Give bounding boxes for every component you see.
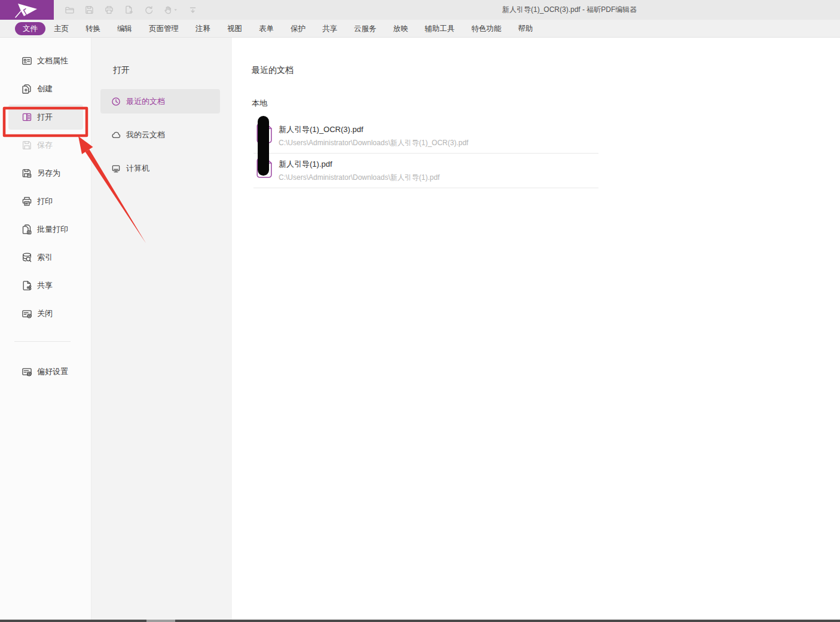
sidebar-item-label: 共享 xyxy=(37,280,53,291)
recent-documents-title: 最近的文档 xyxy=(252,65,840,76)
sidebar-item-label: 打开 xyxy=(37,112,53,122)
panel-item-label: 计算机 xyxy=(126,163,149,174)
cloud-icon xyxy=(111,130,121,140)
tab-assist-tools[interactable]: 辅助工具 xyxy=(417,20,463,38)
tab-comment[interactable]: 注释 xyxy=(187,20,219,38)
quick-access-toolbar xyxy=(63,4,198,16)
file-item[interactable]: 新人引导(1)_OCR(3).pdf C:\Users\Administrato… xyxy=(253,119,598,154)
tab-convert[interactable]: 转换 xyxy=(77,20,109,38)
file-item[interactable]: 新人引导(1).pdf C:\Users\Administrator\Downl… xyxy=(253,154,598,188)
sidebar-item-index[interactable]: 索引 xyxy=(8,245,83,270)
sidebar-item-label: 保存 xyxy=(37,140,53,151)
title-bar: 新人引导(1)_OCR(3).pdf - 福昕PDF编辑器 xyxy=(0,0,840,20)
preferences-icon xyxy=(21,366,33,378)
tab-share[interactable]: 共享 xyxy=(314,20,346,38)
window-title: 新人引导(1)_OCR(3).pdf - 福昕PDF编辑器 xyxy=(502,0,637,20)
open-panel: 打开 最近的文档 我的云文档 计算机 xyxy=(91,38,232,620)
save-icon xyxy=(21,139,33,151)
save-button[interactable] xyxy=(83,4,95,16)
tab-home[interactable]: 主页 xyxy=(45,20,77,38)
panel-item-recent-documents[interactable]: 最近的文档 xyxy=(100,89,220,114)
sidebar-item-print[interactable]: 打印 xyxy=(8,189,83,214)
tab-presentation[interactable]: 放映 xyxy=(385,20,417,38)
hand-tool-button[interactable] xyxy=(162,4,179,16)
file-menu-sidebar: 文档属性 创建 打开 保存 xyxy=(0,38,91,620)
sidebar-item-label: 索引 xyxy=(37,252,53,263)
panel-item-label: 最近的文档 xyxy=(126,96,165,107)
file-path: C:\Users\Administrator\Downloads\新人引导(1)… xyxy=(279,173,598,183)
clock-icon xyxy=(111,97,121,106)
tab-cloud-service[interactable]: 云服务 xyxy=(346,20,385,38)
create-page-icon xyxy=(124,5,134,15)
computer-icon xyxy=(111,164,121,173)
open-panel-list: 最近的文档 我的云文档 计算机 xyxy=(100,89,232,180)
sidebar-item-create[interactable]: 创建 xyxy=(8,76,83,102)
sidebar-item-label: 关闭 xyxy=(37,308,53,319)
open-icon xyxy=(21,111,33,123)
panel-item-cloud-documents[interactable]: 我的云文档 xyxy=(100,122,220,147)
tab-view[interactable]: 视图 xyxy=(219,20,251,38)
sidebar-item-open[interactable]: 打开 xyxy=(8,105,83,130)
file-path: C:\Users\Administrator\Downloads\新人引导(1)… xyxy=(279,138,598,148)
hand-tool-icon xyxy=(163,5,178,15)
print-icon xyxy=(21,195,33,207)
create-icon xyxy=(21,83,33,95)
tab-help[interactable]: 帮助 xyxy=(510,20,542,38)
index-icon xyxy=(21,252,33,263)
bottom-edge-strip xyxy=(0,620,840,622)
sidebar-item-label: 打印 xyxy=(37,196,53,207)
tab-edit[interactable]: 编辑 xyxy=(109,20,140,38)
save-as-icon xyxy=(21,167,33,179)
create-page-button[interactable] xyxy=(123,4,135,16)
sidebar-item-batch-print[interactable]: 批量打印 xyxy=(8,217,83,242)
tab-protect[interactable]: 保护 xyxy=(282,20,314,38)
redo-icon xyxy=(143,5,154,15)
print-icon xyxy=(104,5,114,15)
recent-file-list: 新人引导(1)_OCR(3).pdf C:\Users\Administrato… xyxy=(253,119,598,188)
open-panel-title: 打开 xyxy=(113,65,232,76)
sidebar-item-preferences[interactable]: 偏好设置 xyxy=(8,359,83,384)
print-button[interactable] xyxy=(103,4,115,16)
panel-item-computer[interactable]: 计算机 xyxy=(100,156,220,180)
save-icon xyxy=(84,5,94,15)
redo-button[interactable] xyxy=(142,4,154,16)
share-icon xyxy=(21,280,33,292)
file-menu-backstage: 文档属性 创建 打开 保存 xyxy=(0,38,840,620)
foxit-logo xyxy=(0,0,54,20)
open-file-button[interactable] xyxy=(63,4,75,16)
sidebar-item-label: 创建 xyxy=(37,84,53,94)
sidebar-item-save: 保存 xyxy=(8,133,83,158)
customize-toolbar-icon xyxy=(188,5,198,15)
sidebar-item-label: 文档属性 xyxy=(37,56,68,66)
batch-print-icon xyxy=(21,223,33,235)
panel-item-label: 我的云文档 xyxy=(126,130,165,140)
sidebar-item-close[interactable]: 关闭 xyxy=(8,301,83,326)
tab-special-features[interactable]: 特色功能 xyxy=(463,20,510,38)
tab-page-organize[interactable]: 页面管理 xyxy=(140,20,187,38)
local-section-label: 本地 xyxy=(252,98,840,109)
sidebar-item-save-as[interactable]: 另存为 xyxy=(8,161,83,186)
doc-properties-icon xyxy=(21,55,33,67)
tab-file[interactable]: 文件 xyxy=(15,22,45,35)
file-name: 新人引导(1)_OCR(3).pdf xyxy=(279,124,598,135)
sidebar-divider xyxy=(14,341,71,342)
redaction-bar xyxy=(258,116,269,176)
sidebar-item-label: 批量打印 xyxy=(37,224,68,235)
recent-documents-view: 最近的文档 本地 新人引导(1)_OCR(3).pdf C:\Users\Adm… xyxy=(232,38,840,620)
sidebar-item-label: 另存为 xyxy=(37,168,60,179)
sidebar-item-share[interactable]: 共享 xyxy=(8,273,83,298)
open-file-icon xyxy=(65,5,75,15)
close-document-icon xyxy=(21,308,33,320)
file-name: 新人引导(1).pdf xyxy=(279,159,598,170)
customize-toolbar-button[interactable] xyxy=(187,4,198,16)
sidebar-item-doc-properties[interactable]: 文档属性 xyxy=(8,48,83,73)
sidebar-item-label: 偏好设置 xyxy=(37,366,68,377)
menu-bar: 文件 主页 转换 编辑 页面管理 注释 视图 表单 保护 共享 云服务 放映 辅… xyxy=(0,20,840,38)
tab-form[interactable]: 表单 xyxy=(251,20,282,38)
